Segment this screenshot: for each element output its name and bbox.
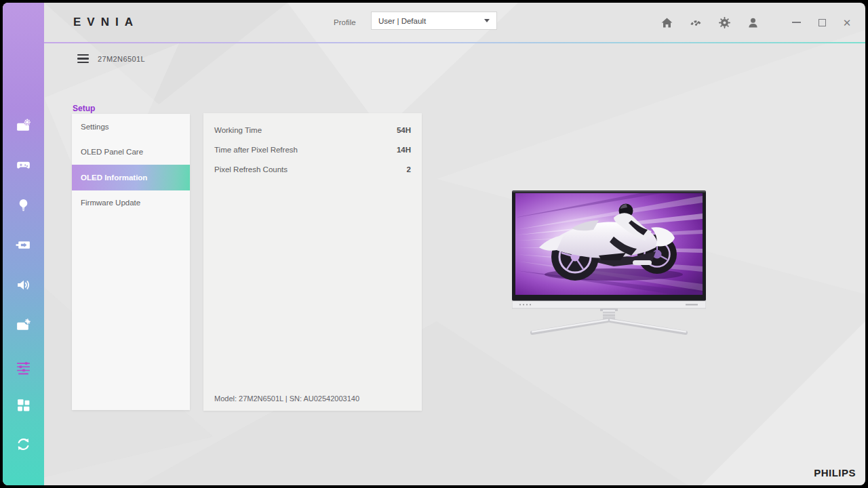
adjustments-sliders-icon: [15, 359, 32, 376]
lighting-icon: [15, 197, 32, 214]
info-row-time-after-refresh: Time after Pixel Refresh 14H: [214, 140, 411, 159]
game-mode-icon: [15, 157, 32, 174]
user-profile-icon: [746, 16, 760, 30]
header-separator: [44, 42, 865, 43]
sync-refresh-icon: [15, 436, 32, 453]
monitor-product-image: [512, 190, 706, 341]
minimize-icon: [792, 22, 801, 23]
info-label: Working Time: [214, 126, 262, 134]
close-button[interactable]: ✕: [839, 15, 855, 30]
sidebar-item-display-settings[interactable]: [15, 316, 33, 333]
hamburger-menu-button[interactable]: [77, 54, 89, 63]
maximize-button[interactable]: [814, 15, 830, 30]
profile-dropdown-value: User | Default: [378, 17, 484, 25]
home-button[interactable]: [658, 14, 675, 31]
setup-menu: Settings OLED Panel Care OLED Informatio…: [72, 114, 190, 410]
profile-label: Profile: [334, 18, 356, 26]
minimize-button[interactable]: [788, 15, 804, 30]
sidebar-item-lighting[interactable]: [15, 196, 33, 214]
info-row-working-time: Working Time 54H: [214, 120, 411, 140]
sidebar: [3, 3, 44, 485]
apps-grid-icon: [15, 396, 32, 413]
sidebar-item-game-mode[interactable]: [15, 157, 33, 174]
sidebar-item-adjustments[interactable]: [15, 359, 33, 376]
oled-information-panel: Working Time 54H Time after Pixel Refres…: [203, 113, 422, 411]
sidebar-item-display-effects[interactable]: [15, 117, 33, 134]
app-window: EVNIA Profile User | Default: [3, 3, 865, 485]
dashboard-button[interactable]: [687, 14, 705, 31]
setup-section-title: Setup: [73, 104, 95, 113]
dashboard-gauge-icon: [689, 16, 703, 30]
info-value: 2: [407, 165, 411, 174]
info-label: Pixel Refresh Counts: [214, 165, 288, 174]
sidebar-item-apps[interactable]: [15, 395, 33, 413]
device-row: 27M2N6501L: [77, 54, 145, 63]
input-source-icon: [15, 237, 32, 253]
settings-gear-icon: [717, 16, 732, 30]
user-button[interactable]: [744, 14, 762, 31]
home-icon: [660, 16, 674, 30]
menu-item-firmware-update[interactable]: Firmware Update: [72, 190, 190, 216]
sidebar-item-audio[interactable]: [15, 276, 33, 293]
close-icon: ✕: [843, 18, 852, 28]
menu-item-oled-panel-care[interactable]: OLED Panel Care: [72, 140, 190, 165]
menu-item-oled-information[interactable]: OLED Information: [72, 165, 190, 190]
chevron-down-icon: [484, 19, 490, 22]
audio-icon: [15, 277, 32, 293]
evnia-logo: EVNIA: [73, 16, 139, 29]
sidebar-item-input-source[interactable]: [15, 236, 33, 253]
info-row-pixel-refresh-counts: Pixel Refresh Counts 2: [214, 160, 411, 180]
device-model-label: 27M2N6501L: [98, 55, 145, 63]
model-serial-footer: Model: 27M2N6501L | SN: AU02542003140: [214, 394, 359, 403]
display-effects-icon: [15, 117, 32, 134]
settings-button[interactable]: [715, 14, 733, 31]
info-value: 14H: [397, 146, 411, 154]
info-label: Time after Pixel Refresh: [214, 146, 298, 154]
maximize-icon: [818, 19, 826, 26]
display-settings-icon: [15, 317, 32, 333]
sidebar-item-sync[interactable]: [15, 435, 33, 453]
menu-item-settings[interactable]: Settings: [72, 114, 190, 140]
philips-logo: PHILIPS: [814, 467, 856, 479]
info-value: 54H: [397, 126, 411, 134]
profile-dropdown[interactable]: User | Default: [371, 12, 497, 30]
